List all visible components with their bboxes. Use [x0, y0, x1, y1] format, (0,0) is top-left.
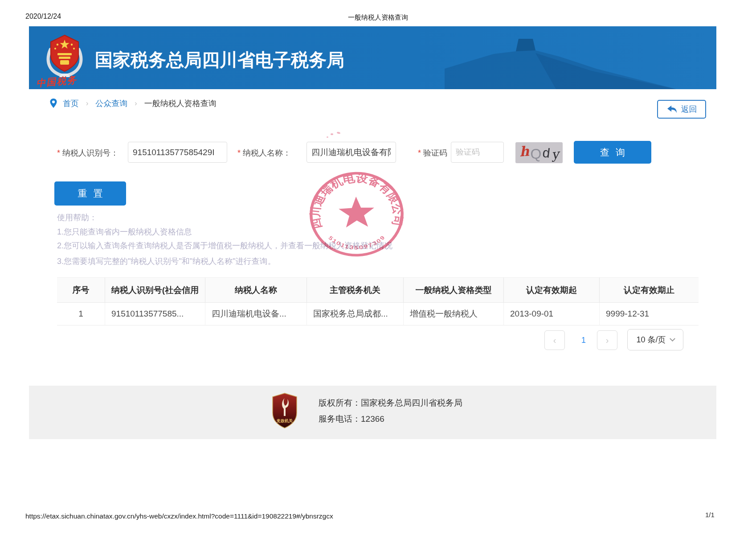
help-line: 1.您只能查询省内一般纳税人资格信息	[57, 226, 192, 237]
captcha-input[interactable]	[451, 142, 504, 163]
location-pin-icon	[49, 98, 58, 109]
col-header-tax-authority: 主管税务机关	[306, 278, 403, 302]
help-title: 使用帮助：	[57, 212, 97, 223]
required-asterisk: *	[418, 148, 421, 157]
svg-text:党政机关: 党政机关	[276, 419, 293, 423]
footer-phone: 服务电话：12366	[319, 413, 384, 425]
col-header-taxpayer-id: 纳税人识别号(社会信用	[105, 278, 205, 302]
print-url: https://etax.sichuan.chinatax.gov.cn/yhs…	[25, 512, 333, 520]
taxpayer-id-label: *纳税人识别号：	[57, 148, 119, 158]
cell-taxpayer-name: 四川迪瑞机电设备...	[205, 303, 306, 325]
back-button[interactable]: 返回	[657, 100, 706, 119]
breadcrumb-home[interactable]: 首页	[63, 98, 79, 109]
cell-taxpayer-id: 91510113577585...	[105, 303, 205, 325]
svg-text:四川迪瑞机电设备有限公司: 四川迪瑞机电设备有限公司	[306, 170, 405, 230]
cell-qualification-type: 增值税一般纳税人	[403, 303, 503, 325]
captcha-label: *验证码：	[418, 148, 455, 158]
help-line: 3.您需要填写完整的"纳税人识别号"和"纳税人名称"进行查询。	[57, 256, 276, 267]
col-header-seq: 序号	[57, 278, 105, 302]
great-wall-image	[445, 26, 676, 89]
cell-valid-from: 2013-09-01	[503, 303, 599, 325]
breadcrumb-public-query[interactable]: 公众查询	[95, 98, 127, 109]
print-page-title: 一般纳税人资格查询	[0, 13, 756, 22]
captcha-char: h	[519, 144, 530, 158]
reset-button[interactable]: 重置	[54, 181, 126, 206]
chevron-down-icon	[670, 336, 675, 342]
help-line: 2.您可以输入查询条件查询纳税人是否属于增值税一般纳税人，并查看一般纳税人资格登…	[57, 240, 392, 251]
page-size-select[interactable]: 10 条/页	[627, 329, 683, 350]
table-row: 1 91510113577585... 四川迪瑞机电设备... 国家税务总局成都…	[57, 303, 699, 325]
col-header-qualification-type: 一般纳税人资格类型	[403, 278, 503, 302]
page-size-value: 10 条/页	[636, 334, 666, 345]
results-table: 序号 纳税人识别号(社会信用 纳税人名称 主管税务机关 一般纳税人资格类型 认定…	[57, 277, 699, 325]
site-title: 国家税务总局四川省电子税务局	[95, 48, 344, 72]
query-button[interactable]: 查询	[574, 141, 651, 164]
col-header-valid-to: 认定有效期止	[599, 278, 699, 302]
cell-valid-to: 9999-12-31	[599, 303, 699, 325]
footer-copyright: 版权所有：国家税务总局四川省税务局	[319, 397, 462, 409]
stamp-ink-splatter	[337, 132, 341, 134]
government-badge-icon: 党政机关	[272, 393, 298, 428]
cell-tax-authority: 国家税务总局成都...	[306, 303, 403, 325]
captcha-char: Q	[530, 147, 541, 161]
pagination-page-1[interactable]: 1	[576, 330, 591, 350]
stamp-ink-splatter	[331, 133, 333, 135]
tax-bureau-emblem-icon	[42, 33, 87, 77]
breadcrumb: 首页 › 公众查询 › 一般纳税人资格查询	[49, 98, 217, 109]
print-page-indicator: 1/1	[705, 511, 715, 519]
breadcrumb-separator-icon: ›	[86, 99, 88, 107]
table-header-row: 序号 纳税人识别号(社会信用 纳税人名称 主管税务机关 一般纳税人资格类型 认定…	[57, 278, 699, 303]
captcha-char: y	[551, 148, 560, 161]
taxpayer-name-label: *纳税人名称：	[237, 148, 291, 158]
back-button-label: 返回	[681, 104, 697, 115]
breadcrumb-bar: 首页 › 公众查询 › 一般纳税人资格查询 返回	[29, 89, 716, 119]
footer: 党政机关 版权所有：国家税务总局四川省税务局 服务电话：12366	[29, 386, 716, 439]
site-banner: 中国税务 国家税务总局四川省电子税务局	[29, 26, 716, 89]
required-asterisk: *	[237, 148, 241, 157]
taxpayer-id-input[interactable]	[128, 142, 227, 163]
captcha-image[interactable]: h Q d y	[515, 142, 563, 163]
pagination-prev-button[interactable]: ‹	[544, 330, 565, 350]
captcha-char: d	[542, 146, 551, 160]
seal-company-name: 四川迪瑞机电设备有限公司	[306, 170, 405, 230]
taxpayer-name-input[interactable]	[306, 142, 396, 163]
breadcrumb-separator-icon: ›	[135, 99, 137, 107]
required-asterisk: *	[57, 148, 60, 157]
back-arrow-icon	[666, 104, 678, 114]
breadcrumb-current: 一般纳税人资格查询	[144, 98, 217, 109]
cell-seq: 1	[57, 303, 105, 325]
seal-star-icon	[338, 196, 375, 228]
col-header-taxpayer-name: 纳税人名称	[205, 278, 306, 302]
pagination-next-button[interactable]: ›	[597, 330, 617, 350]
col-header-valid-from: 认定有效期起	[503, 278, 599, 302]
stamp-ink-splatter	[327, 136, 328, 138]
